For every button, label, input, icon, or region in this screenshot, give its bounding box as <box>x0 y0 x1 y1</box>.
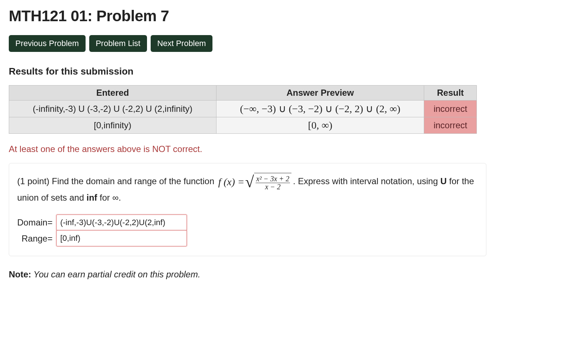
results-heading: Results for this submission <box>9 66 579 77</box>
next-problem-button[interactable]: Next Problem <box>151 35 212 52</box>
preview-cell: [0, ∞) <box>216 117 424 134</box>
problem-tail3: for <box>97 193 112 202</box>
problem-nav: Previous Problem Problem List Next Probl… <box>9 35 579 52</box>
preview-cell: (−∞, −3) ∪ (−3, −2) ∪ (−2, 2) ∪ (2, ∞) <box>216 101 424 117</box>
sqrt-icon: √ <box>245 175 254 193</box>
note-label: Note: <box>9 269 31 279</box>
entered-cell: (-infinity,-3) U (-3,-2) U (-2,2) U (2,i… <box>9 101 216 117</box>
feedback-message: At least one of the answers above is NOT… <box>9 144 579 154</box>
answer-grid: Domain= Range= <box>17 215 187 246</box>
partial-credit-note: Note: You can earn partial credit on thi… <box>9 269 579 280</box>
fn-lhs: f (x) = <box>218 174 245 190</box>
points-label: (1 point) <box>17 176 49 186</box>
previous-problem-button[interactable]: Previous Problem <box>9 35 86 52</box>
problem-lead: Find the domain and range of the functio… <box>49 176 217 186</box>
result-cell: incorrect <box>424 101 477 117</box>
problem-tail1: . Express with interval notation, using <box>293 176 440 186</box>
problem-text: (1 point) Find the domain and range of t… <box>17 173 478 204</box>
note-text: You can earn partial credit on this prob… <box>31 269 200 279</box>
entered-cell: [0,infinity) <box>9 117 216 134</box>
union-symbol-bold: U <box>440 176 446 186</box>
infinity-symbol: ∞ <box>112 193 118 202</box>
col-result: Result <box>424 86 477 101</box>
domain-input[interactable] <box>56 215 187 231</box>
page-title: MTH121 01: Problem 7 <box>9 7 579 25</box>
function-expression: f (x) = √ x² − 3x + 2 x − 2 <box>218 173 292 191</box>
col-preview: Answer Preview <box>216 86 424 101</box>
table-row: [0,infinity) [0, ∞) incorrect <box>9 117 477 134</box>
table-row: (-infinity,-3) U (-3,-2) U (-2,2) U (2,i… <box>9 101 477 117</box>
range-input[interactable] <box>56 230 187 246</box>
problem-statement: (1 point) Find the domain and range of t… <box>9 163 486 256</box>
range-label: Range= <box>17 234 53 244</box>
inf-keyword-bold: inf <box>86 193 97 202</box>
result-cell: incorrect <box>424 117 477 134</box>
problem-list-button[interactable]: Problem List <box>89 35 147 52</box>
problem-tail4: . <box>118 193 121 202</box>
col-entered: Entered <box>9 86 216 101</box>
results-table: Entered Answer Preview Result (-infinity… <box>9 85 477 134</box>
fraction-denominator: x − 2 <box>264 183 281 191</box>
domain-label: Domain= <box>17 217 53 228</box>
fraction-numerator: x² − 3x + 2 <box>256 175 290 183</box>
